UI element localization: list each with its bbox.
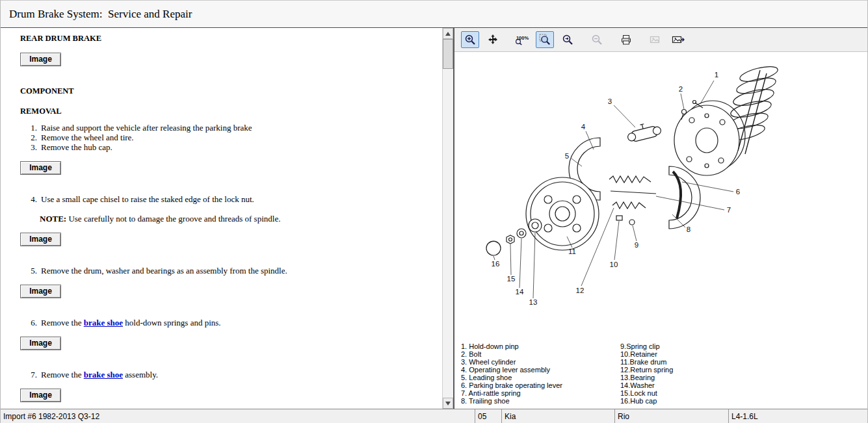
trailing-shoe-art <box>669 166 700 229</box>
step-text-pre: Remove the <box>41 318 84 327</box>
brake-drum-art <box>526 177 599 250</box>
callout-6: 6 <box>736 188 740 196</box>
diagram-viewport[interactable]: 1 2 3 4 5 6 7 8 9 10 11 12 13 14 <box>454 52 867 409</box>
anti-rattle-spring-art <box>612 202 646 209</box>
step-number: 5. <box>28 266 37 276</box>
legend-item: 8. Trailing shoe <box>461 397 620 405</box>
step-2: 2. Remove the wheel and tire. <box>20 133 438 142</box>
step-text-post: assembly. <box>123 370 158 379</box>
zoom-in-button[interactable] <box>461 31 479 48</box>
step-text-pre: Remove the <box>41 370 84 379</box>
service-manual-window: Drum Brake System: Service and Repair RE… <box>0 0 868 423</box>
previous-image-icon <box>649 34 662 45</box>
steps-1-3: 1. Raise and support the vehicle after r… <box>20 123 438 152</box>
legend-item: 9.Spring clip <box>620 342 673 350</box>
scroll-down-button[interactable] <box>443 398 453 409</box>
next-image-button[interactable] <box>669 31 687 48</box>
scrollbar-track[interactable] <box>443 39 453 398</box>
legend-item: 10.Retainer <box>620 350 673 358</box>
step-text: Remove the brake shoe assembly. <box>41 370 158 379</box>
callout-12: 12 <box>576 287 585 294</box>
zoom-100-button[interactable]: 100% <box>513 31 531 48</box>
svg-text:100%: 100% <box>516 35 529 41</box>
step-number: 4. <box>28 194 37 204</box>
scrollbar-thumb[interactable] <box>443 39 453 69</box>
step-text: Raise and support the vehicle after rele… <box>41 123 252 133</box>
callout-2: 2 <box>679 85 683 93</box>
status-cell-year: 05 <box>475 409 502 423</box>
callout-11: 11 <box>568 248 576 255</box>
step-number: 3. <box>28 142 37 152</box>
bearing-art <box>529 219 542 232</box>
step-text: Use a small cape chisel to raise the sta… <box>41 194 254 204</box>
legend-column-left: 1. Hold-down pinp 2. Bolt 3. Wheel cylin… <box>461 342 620 405</box>
legend-item: 7. Anti-rattle spring <box>461 389 620 397</box>
status-bar: Import #6 1982-2013 Q3-12 05 Kia Rio L4-… <box>1 409 867 423</box>
status-cell-make: Kia <box>502 409 615 423</box>
step-number: 7. <box>28 370 37 379</box>
note: NOTE: Use carefully not to damage the gr… <box>40 214 438 224</box>
step-5: 5. Remove the drum, washer and bearings … <box>20 266 438 276</box>
legend-column-right: 9.Spring clip 10.Retainer 11.Brake drum … <box>620 342 673 405</box>
callout-5: 5 <box>565 152 569 160</box>
print-button[interactable] <box>617 31 635 48</box>
image-button-4[interactable]: Image <box>20 285 61 298</box>
callout-15: 15 <box>507 275 516 283</box>
zoom-out-icon <box>591 34 603 45</box>
legend-item: 15.Lock nut <box>620 389 673 397</box>
step-3: 3. Remove the hub cap. <box>20 142 438 152</box>
legend-item: 14.Washer <box>620 381 673 389</box>
legend-item: 3. Wheel cylinder <box>461 358 620 366</box>
image-button-3[interactable]: Image <box>20 233 61 246</box>
zoom-fit-icon <box>539 34 551 45</box>
main-split: REAR DRUM BRAKE Image COMPONENT REMOVAL … <box>1 28 867 409</box>
image-button-2[interactable]: Image <box>20 161 61 175</box>
legend-item: 5. Leading shoe <box>461 374 620 381</box>
washer-art <box>517 229 526 238</box>
zoom-out-button[interactable] <box>588 31 606 48</box>
step-text-post: hold-down springs and pins. <box>123 318 221 327</box>
status-cell-engine: L4-1.6L <box>729 409 867 423</box>
spring-clip-art <box>616 216 635 225</box>
callout-8: 8 <box>687 225 690 233</box>
legend-item: 4. Operating lever assembly <box>461 366 620 374</box>
brake-shoe-link-1[interactable]: brake shoe <box>84 318 123 327</box>
zoom-in-icon <box>464 34 476 45</box>
image-button-6[interactable]: Image <box>20 389 61 402</box>
step-text: Remove the hub cap. <box>41 142 112 152</box>
status-cell-import: Import #6 1982-2013 Q3-12 <box>1 409 475 423</box>
step-number: 6. <box>28 318 37 327</box>
left-scrollbar[interactable] <box>442 28 453 409</box>
next-image-icon <box>671 34 685 45</box>
note-text: Use carefully not to damage the groove a… <box>66 214 280 224</box>
backing-plate-art <box>674 101 745 175</box>
callout-9: 9 <box>635 241 638 249</box>
step-7: 7. Remove the brake shoe assembly. <box>20 370 438 379</box>
hub-cap-art <box>486 241 501 255</box>
zoom-dynamic-button[interactable] <box>559 31 577 48</box>
callout-4: 4 <box>581 123 586 131</box>
step-text: Remove the brake shoe hold-down springs … <box>41 318 221 327</box>
procedure-content: REAR DRUM BRAKE Image COMPONENT REMOVAL … <box>1 28 442 409</box>
callout-10: 10 <box>610 261 618 268</box>
scroll-up-button[interactable] <box>443 28 453 39</box>
wheel-cylinder-art <box>625 120 662 143</box>
lock-nut-art <box>506 235 514 244</box>
parts-legend: 1. Hold-down pinp 2. Bolt 3. Wheel cylin… <box>461 342 865 405</box>
callout-16: 16 <box>492 260 500 268</box>
rear-drum-brake-heading: REAR DRUM BRAKE <box>20 34 438 44</box>
parking-brake-lever-art <box>673 172 681 218</box>
brake-shoe-link-2[interactable]: brake shoe <box>84 370 123 379</box>
image-button-1[interactable]: Image <box>20 53 61 66</box>
callout-1: 1 <box>715 71 718 79</box>
adjuster-strut-art <box>611 191 656 194</box>
component-heading: COMPONENT <box>20 86 438 96</box>
callout-14: 14 <box>516 288 524 296</box>
pan-button[interactable] <box>484 31 502 48</box>
pan-icon <box>487 34 499 45</box>
return-spring-art <box>609 176 651 183</box>
legend-item: 11.Brake drum <box>620 358 673 366</box>
image-button-5[interactable]: Image <box>20 337 61 350</box>
zoom-fit-button[interactable] <box>536 31 554 48</box>
previous-image-button[interactable] <box>646 31 664 48</box>
